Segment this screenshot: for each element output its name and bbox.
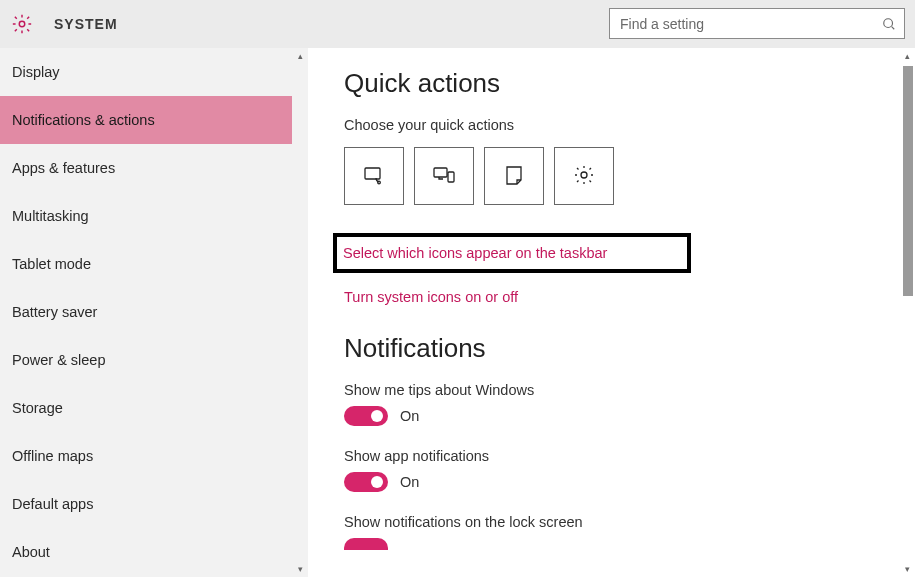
toggle-label: Show notifications on the lock screen [344,514,915,530]
sidebar-item-label: Tablet mode [12,256,91,272]
scroll-down-icon[interactable]: ▾ [292,561,308,577]
sidebar-item-label: Multitasking [12,208,89,224]
toggle-switch-tips[interactable] [344,406,388,426]
sidebar-item-power-sleep[interactable]: Power & sleep [0,336,308,384]
notifications-heading: Notifications [344,333,915,364]
svg-rect-2 [365,168,380,179]
quick-tile-settings[interactable] [554,147,614,205]
svg-rect-4 [434,168,447,177]
toggle-switch-app-notifications[interactable] [344,472,388,492]
svg-point-3 [378,181,381,184]
search-icon [882,17,896,31]
sidebar-item-label: About [12,544,50,560]
sidebar-item-label: Default apps [12,496,93,512]
scroll-down-icon[interactable]: ▾ [899,561,915,577]
scroll-up-icon[interactable]: ▴ [292,48,308,64]
sidebar-item-offline-maps[interactable]: Offline maps [0,432,308,480]
sidebar-item-label: Display [12,64,60,80]
sidebar-item-display[interactable]: Display [0,48,308,96]
quick-tile-connect[interactable] [414,147,474,205]
connect-devices-icon [432,163,456,190]
search-input[interactable] [620,16,882,32]
settings-gear-icon [572,163,596,190]
note-icon [502,163,526,190]
highlighted-link-box: Select which icons appear on the taskbar [333,233,691,273]
sidebar-item-about[interactable]: About [0,528,308,576]
scroll-up-icon[interactable]: ▴ [899,48,915,64]
sidebar-item-notifications-actions[interactable]: Notifications & actions [0,96,308,144]
svg-point-0 [19,21,25,27]
scrollbar-thumb[interactable] [903,66,913,296]
toggle-switch-lock-screen[interactable] [344,538,388,550]
toggle-label: Show me tips about Windows [344,382,915,398]
system-icons-link[interactable]: Turn system icons on or off [344,289,518,305]
quick-tile-note[interactable] [484,147,544,205]
sidebar-item-multitasking[interactable]: Multitasking [0,192,308,240]
sidebar-item-tablet-mode[interactable]: Tablet mode [0,240,308,288]
content-scrollbar[interactable]: ▴ ▾ [899,48,915,577]
page-title: SYSTEM [54,16,118,32]
search-box[interactable] [609,8,905,39]
sidebar-item-label: Offline maps [12,448,93,464]
sidebar-item-label: Apps & features [12,160,115,176]
sidebar-scrollbar[interactable]: ▴ ▾ [292,48,308,577]
sidebar-item-label: Battery saver [12,304,97,320]
sidebar-item-apps-features[interactable]: Apps & features [0,144,308,192]
quick-action-tiles [344,147,915,205]
svg-rect-5 [448,172,454,182]
toggle-state: On [400,408,419,424]
sidebar-item-storage[interactable]: Storage [0,384,308,432]
svg-point-1 [884,18,893,27]
sidebar-item-default-apps[interactable]: Default apps [0,480,308,528]
sidebar-item-label: Notifications & actions [12,112,155,128]
toggle-state: On [400,474,419,490]
quick-tile-tablet-mode[interactable] [344,147,404,205]
svg-point-6 [581,172,587,178]
toggle-app-notifications: Show app notifications On [344,448,915,492]
sidebar-item-label: Power & sleep [12,352,106,368]
sidebar-item-battery-saver[interactable]: Battery saver [0,288,308,336]
sidebar-item-label: Storage [12,400,63,416]
content-pane: Quick actions Choose your quick actions [308,48,915,577]
tablet-touch-icon [362,163,386,190]
taskbar-icons-link[interactable]: Select which icons appear on the taskbar [343,245,607,261]
header-bar: SYSTEM [0,0,915,48]
toggle-label: Show app notifications [344,448,915,464]
quick-actions-subtext: Choose your quick actions [344,117,915,133]
quick-actions-heading: Quick actions [344,68,915,99]
sidebar: Display Notifications & actions Apps & f… [0,48,308,577]
toggle-tips: Show me tips about Windows On [344,382,915,426]
gear-icon [8,10,36,38]
toggle-lock-screen: Show notifications on the lock screen [344,514,915,550]
